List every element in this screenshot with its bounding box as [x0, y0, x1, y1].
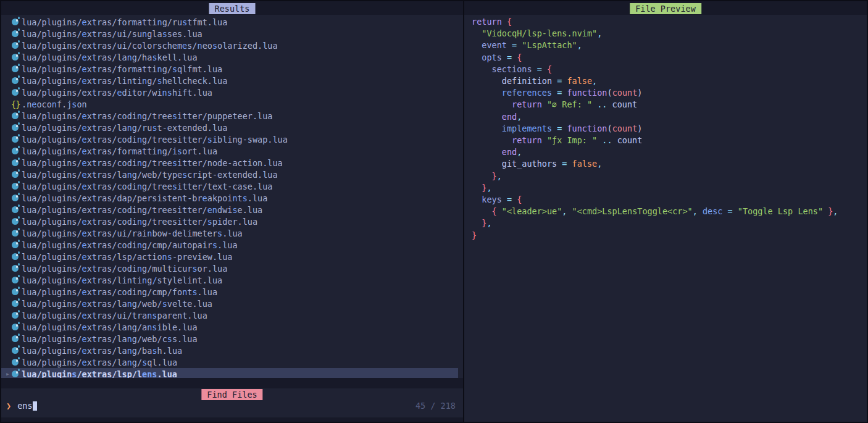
file-path: lua/plugins/extras/editor/winshift.lua: [22, 88, 212, 98]
result-item[interactable]: lua/plugins/extras/dap/persistent-breakp…: [1, 192, 458, 204]
file-icon-column: [11, 241, 22, 248]
preview-pane[interactable]: File Preview return { "VidocqH/lsp-lens.…: [463, 1, 867, 422]
result-item[interactable]: lua/plugins/extras/coding/cmp/autopairs.…: [1, 239, 458, 251]
file-icon-column: [11, 77, 22, 84]
preview-code-line: references = function(count): [472, 87, 867, 99]
result-item[interactable]: lua/plugins/extras/coding/treesitter/sib…: [1, 133, 458, 145]
file-icon-column: [11, 195, 22, 201]
prompt-caret-icon: ❯: [6, 401, 11, 411]
file-icon-column: [11, 183, 22, 190]
find-files-title-badge: Find Files: [201, 389, 262, 400]
result-item[interactable]: lua/plugins/extras/coding/multicursor.lu…: [1, 262, 458, 274]
file-icon-column: [11, 324, 22, 330]
result-item[interactable]: lua/plugins/extras/lang/web/typescript-e…: [1, 169, 458, 180]
result-item[interactable]: lua/plugins/extras/lang/rust-extended.lu…: [1, 122, 458, 133]
lua-icon: [12, 112, 19, 119]
lua-icon: [12, 159, 19, 166]
result-item[interactable]: {}.neoconf.json: [1, 98, 458, 110]
preview-code-line: opts = {: [472, 52, 867, 64]
file-icon-column: [11, 206, 22, 213]
lua-icon: [12, 347, 19, 354]
lua-icon: [12, 89, 19, 96]
result-item[interactable]: lua/plugins/extras/coding/cmp/fonts.lua: [1, 286, 458, 298]
result-item[interactable]: lua/plugins/extras/lang/web/svelte.lua: [1, 298, 458, 309]
lua-icon: [12, 230, 19, 237]
lua-icon: [12, 136, 19, 143]
file-icon-column: [11, 124, 22, 131]
file-path: lua/plugins/extras/lang/rust-extended.lu…: [22, 123, 227, 133]
lua-icon: [12, 19, 19, 25]
text-cursor: [33, 401, 37, 411]
result-item[interactable]: lua/plugins/extras/coding/treesitter/end…: [1, 204, 458, 216]
result-item[interactable]: lua/plugins/extras/coding/treesitter/pup…: [1, 110, 458, 122]
result-item[interactable]: lua/plugins/extras/lang/sql.lua: [1, 356, 458, 368]
lua-icon: [12, 241, 19, 248]
lua-icon: [12, 42, 19, 49]
result-item[interactable]: lua/plugins/extras/ui/rainbow-delimeters…: [1, 227, 458, 239]
lua-icon: [12, 288, 19, 295]
result-item[interactable]: lua/plugins/extras/linting/shellcheck.lu…: [1, 75, 458, 86]
file-icon-column: [11, 253, 22, 260]
file-icon-column: [11, 42, 22, 49]
result-item[interactable]: lua/plugins/extras/lang/ansible.lua: [1, 321, 458, 333]
lua-icon: [12, 77, 19, 84]
result-item[interactable]: lua/plugins/extras/lang/bash.lua: [1, 345, 458, 356]
result-item[interactable]: lua/plugins/extras/ui/colorschemes/neoso…: [1, 40, 458, 51]
lua-icon: [12, 124, 19, 131]
file-path: lua/plugins/extras/lang/sql.lua: [22, 358, 177, 367]
file-path: lua/plugins/extras/lang/haskell.lua: [22, 52, 198, 62]
result-item[interactable]: lua/plugins/extras/coding/treesitter/nod…: [1, 157, 458, 169]
lua-icon: [12, 335, 19, 342]
preview-code-line: end,: [472, 146, 867, 158]
telescope-finder-window: Results lua/plugins/extras/formatting/ru…: [0, 0, 868, 423]
file-path: lua/plugins/extras/lsp/lens.lua: [22, 369, 177, 379]
prompt-input[interactable]: ens: [17, 401, 36, 411]
file-icon-column: [11, 30, 22, 37]
result-item[interactable]: ▸lua/plugins/extras/lsp/lens.lua: [1, 368, 458, 378]
file-icon-column: [11, 65, 22, 72]
file-path: lua/plugins/extras/lang/ansible.lua: [22, 322, 198, 332]
lua-icon: [12, 30, 19, 37]
file-path: lua/plugins/extras/coding/treesitter/pup…: [22, 111, 272, 121]
file-icon-column: {}: [11, 99, 22, 109]
results-list[interactable]: lua/plugins/extras/formatting/rustfmt.lu…: [1, 15, 463, 378]
results-prompt-divider: [1, 378, 463, 388]
preview-top-strip: File Preview: [464, 1, 867, 15]
result-item[interactable]: lua/plugins/extras/editor/winshift.lua: [1, 86, 458, 98]
result-item[interactable]: lua/plugins/extras/linting/stylelint.lua: [1, 274, 458, 286]
result-item[interactable]: lua/plugins/extras/formatting/isort.lua: [1, 145, 458, 157]
file-path: lua/plugins/extras/formatting/rustfmt.lu…: [22, 17, 227, 27]
file-icon-column: [11, 230, 22, 237]
file-path: lua/plugins/extras/lsp/actions-preview.l…: [22, 252, 232, 262]
file-icon-column: [11, 265, 22, 272]
result-item[interactable]: lua/plugins/extras/lsp/actions-preview.l…: [1, 251, 458, 262]
result-item[interactable]: lua/plugins/extras/ui/sunglasses.lua: [1, 28, 458, 40]
prompt-window: Find Files ❯ ens 45 / 218: [1, 388, 463, 417]
result-item[interactable]: lua/plugins/extras/lang/web/css.lua: [1, 333, 458, 345]
result-item[interactable]: lua/plugins/extras/lang/haskell.lua: [1, 51, 458, 63]
result-item[interactable]: lua/plugins/extras/ui/transparent.lua: [1, 309, 458, 321]
lua-icon: [12, 54, 19, 61]
file-path: lua/plugins/extras/ui/colorschemes/neoso…: [22, 41, 278, 51]
file-path: lua/plugins/extras/formatting/sqlfmt.lua: [22, 64, 222, 74]
file-path: lua/plugins/extras/formatting/isort.lua: [22, 146, 217, 156]
prompt-input-value: ens: [17, 401, 32, 411]
preview-code-line: },: [472, 182, 867, 194]
result-item[interactable]: lua/plugins/extras/coding/treesitter/spi…: [1, 216, 458, 227]
file-path: lua/plugins/extras/coding/multicursor.lu…: [22, 264, 227, 274]
file-icon-column: [11, 300, 22, 307]
lua-icon: [12, 300, 19, 307]
file-icon-column: [11, 359, 22, 366]
lua-icon: [12, 253, 19, 260]
file-path: lua/plugins/extras/linting/shellcheck.lu…: [22, 76, 227, 86]
lua-icon: [12, 206, 19, 213]
lua-icon: [12, 324, 19, 330]
result-item[interactable]: lua/plugins/extras/formatting/sqlfmt.lua: [1, 63, 458, 75]
file-icon-column: [11, 54, 22, 61]
preview-code-line: return "∅ Ref: " .. count: [472, 99, 867, 111]
lua-icon: [12, 171, 19, 178]
preview-code-line: return {: [472, 16, 867, 28]
result-item[interactable]: lua/plugins/extras/coding/treesitter/tex…: [1, 180, 458, 192]
result-item[interactable]: lua/plugins/extras/formatting/rustfmt.lu…: [1, 16, 458, 28]
file-path: lua/plugins/extras/lang/bash.lua: [22, 346, 182, 356]
